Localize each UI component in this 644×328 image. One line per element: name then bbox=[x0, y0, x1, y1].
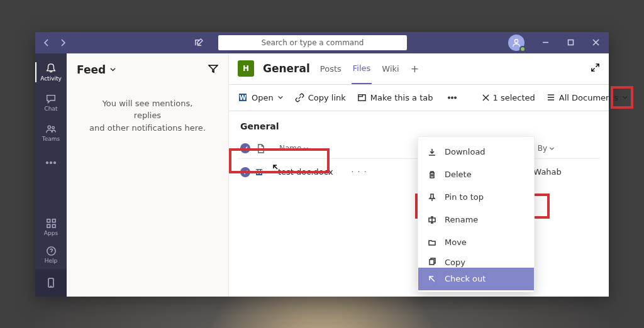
svg-rect-8 bbox=[52, 219, 55, 222]
svg-text:W: W bbox=[239, 94, 246, 101]
svg-point-4 bbox=[47, 161, 48, 163]
file-type-icon bbox=[257, 144, 265, 153]
ctx-rename[interactable]: Rename bbox=[418, 209, 534, 231]
files-area: General Name ed By bbox=[229, 111, 609, 297]
rail-label: Teams bbox=[42, 136, 60, 142]
move-icon bbox=[427, 238, 437, 247]
ctx-copy[interactable]: Copy bbox=[418, 254, 534, 268]
svg-text:W: W bbox=[256, 169, 262, 175]
file-name: test doc.docx bbox=[278, 167, 333, 177]
svg-point-0 bbox=[514, 39, 518, 42]
select-all-toggle[interactable] bbox=[240, 143, 250, 153]
svg-rect-15 bbox=[358, 94, 365, 100]
rail-label: Chat bbox=[44, 106, 57, 112]
checkout-icon bbox=[427, 275, 437, 283]
open-button[interactable]: W Open bbox=[238, 92, 284, 102]
current-folder-name: General bbox=[238, 118, 600, 139]
ctx-checkout[interactable]: Check out bbox=[418, 268, 534, 290]
rail-item-mobile[interactable] bbox=[35, 269, 67, 297]
svg-point-17 bbox=[451, 97, 452, 98]
files-command-bar: W Open Copy link Make this a tab bbox=[229, 85, 609, 111]
feed-empty-message: You will see mentions, replies and other… bbox=[67, 86, 228, 134]
feed-header: Feed bbox=[67, 53, 228, 86]
svg-rect-10 bbox=[52, 224, 55, 227]
rail-label: Activity bbox=[40, 75, 62, 82]
more-actions-button[interactable] bbox=[445, 96, 460, 99]
svg-point-11 bbox=[47, 247, 55, 255]
title-bar: Search or type a command bbox=[35, 32, 609, 53]
ctx-move[interactable]: Move bbox=[418, 231, 534, 254]
rail-label: Help bbox=[45, 258, 58, 264]
rename-icon bbox=[427, 216, 437, 224]
rail-item-chat[interactable]: Chat bbox=[35, 87, 67, 118]
feed-title-text: Feed bbox=[77, 63, 106, 76]
window-maximize-button[interactable] bbox=[560, 32, 581, 53]
ctx-download[interactable]: Download bbox=[418, 141, 534, 163]
file-context-menu: Download Delete Pin to top Rename bbox=[418, 136, 535, 292]
presence-available-icon bbox=[519, 46, 526, 52]
search-input[interactable]: Search or type a command bbox=[218, 35, 407, 50]
channel-header: H General Posts Files Wiki + bbox=[229, 53, 609, 85]
rail-item-help[interactable]: Help bbox=[35, 241, 67, 269]
svg-rect-9 bbox=[47, 224, 50, 227]
clear-selection-button[interactable]: 1 selected bbox=[482, 93, 535, 102]
nav-back-icon[interactable] bbox=[43, 39, 50, 46]
team-avatar: H bbox=[238, 60, 254, 77]
svg-rect-7 bbox=[47, 219, 50, 222]
search-placeholder: Search or type a command bbox=[262, 38, 364, 47]
svg-point-6 bbox=[54, 161, 56, 163]
svg-point-2 bbox=[48, 126, 51, 129]
tab-files[interactable]: Files bbox=[352, 53, 372, 84]
add-tab-button[interactable]: + bbox=[409, 63, 420, 75]
column-name[interactable]: Name bbox=[279, 144, 309, 153]
rail-item-activity[interactable]: Activity bbox=[35, 57, 67, 87]
filter-icon[interactable] bbox=[208, 63, 218, 76]
window-close-button[interactable] bbox=[585, 32, 606, 53]
svg-rect-22 bbox=[430, 260, 434, 265]
tab-posts[interactable]: Posts bbox=[319, 54, 343, 84]
row-select-toggle[interactable] bbox=[240, 167, 250, 177]
svg-rect-1 bbox=[568, 40, 573, 45]
channel-name: General bbox=[263, 62, 310, 75]
copy-link-button[interactable]: Copy link bbox=[295, 93, 346, 102]
feed-pane: Feed You will see mentions, replies and … bbox=[67, 53, 229, 297]
row-more-button[interactable]: · · · bbox=[351, 167, 367, 177]
rail-item-more[interactable] bbox=[35, 148, 67, 178]
rail-item-apps[interactable]: Apps bbox=[35, 214, 67, 241]
word-doc-icon: W bbox=[250, 167, 270, 177]
teams-app-window: Search or type a command Activity Chat bbox=[35, 32, 609, 297]
make-tab-button[interactable]: Make this a tab bbox=[357, 93, 433, 102]
feed-title-dropdown[interactable]: Feed bbox=[77, 63, 116, 76]
svg-point-3 bbox=[52, 126, 55, 129]
window-minimize-button[interactable] bbox=[535, 32, 556, 53]
trash-icon bbox=[427, 170, 437, 179]
svg-point-5 bbox=[50, 161, 52, 163]
app-rail: Activity Chat Teams Apps bbox=[35, 53, 67, 297]
ctx-pin[interactable]: Pin to top bbox=[418, 186, 534, 209]
pin-icon bbox=[427, 193, 437, 202]
rail-item-teams[interactable]: Teams bbox=[35, 118, 67, 148]
expand-icon[interactable] bbox=[591, 63, 600, 75]
compose-icon[interactable] bbox=[194, 38, 203, 47]
download-icon bbox=[427, 148, 437, 156]
avatar[interactable] bbox=[508, 35, 525, 51]
ctx-delete[interactable]: Delete bbox=[418, 163, 534, 186]
view-selector[interactable]: All Documents bbox=[547, 93, 628, 102]
svg-point-16 bbox=[448, 97, 449, 98]
tab-wiki[interactable]: Wiki bbox=[380, 54, 400, 84]
nav-forward-icon[interactable] bbox=[59, 39, 67, 46]
checked-out-indicator-icon bbox=[272, 163, 279, 171]
main-pane: H General Posts Files Wiki + W Open bbox=[229, 53, 609, 297]
copy-icon bbox=[427, 258, 437, 266]
svg-point-18 bbox=[454, 97, 455, 98]
rail-label: Apps bbox=[44, 230, 58, 236]
